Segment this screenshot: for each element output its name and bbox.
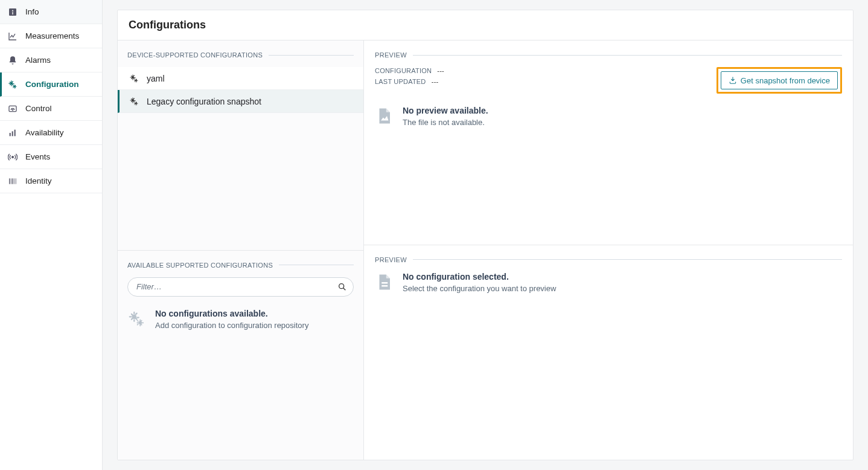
- svg-rect-11: [9, 178, 10, 184]
- svg-point-10: [12, 156, 14, 158]
- empty-title: No preview available.: [403, 106, 488, 115]
- svg-rect-2: [12, 12, 13, 14]
- sidebar-item-availability[interactable]: Availability: [0, 121, 102, 145]
- config-item-label: Legacy configuration snapshot: [147, 97, 261, 106]
- svg-rect-8: [12, 131, 13, 136]
- barcode-icon: [7, 176, 18, 187]
- button-label: Get snapshot from device: [741, 76, 830, 85]
- sidebar-item-info[interactable]: Info: [0, 0, 102, 24]
- gears-icon: [7, 79, 18, 90]
- empty-text: No configuration selected. Select the co…: [403, 272, 556, 293]
- legend-text: DEVICE-SUPPORTED CONFIGURATIONS: [127, 51, 263, 59]
- svg-rect-15: [14, 178, 15, 184]
- config-item-legacy-snapshot[interactable]: Legacy configuration snapshot: [118, 90, 363, 113]
- empty-text: No configurations available. Add configu…: [155, 309, 308, 330]
- meta-value: ---: [437, 67, 444, 74]
- search-icon[interactable]: [337, 282, 348, 292]
- sidebar: Info Measurements Alarms Configuration C…: [0, 0, 103, 470]
- empty-selection-message: No configuration selected. Select the co…: [375, 272, 842, 293]
- panel-header: Configurations: [118, 10, 853, 40]
- device-supported-section: DEVICE-SUPPORTED CONFIGURATIONS yaml: [118, 40, 363, 251]
- svg-rect-24: [381, 282, 388, 284]
- section-legend: PREVIEW: [375, 51, 842, 59]
- legend-text: PREVIEW: [375, 256, 407, 263]
- sidebar-item-label: Events: [25, 152, 50, 161]
- legend-text: AVAILABLE SUPPORTED CONFIGURATIONS: [127, 262, 273, 269]
- image-file-icon: [375, 107, 393, 125]
- info-square-icon: [7, 7, 18, 18]
- gauge-icon: [7, 103, 18, 114]
- sidebar-item-control[interactable]: Control: [0, 97, 102, 121]
- sidebar-item-label: Configuration: [25, 80, 78, 89]
- empty-subtitle: Select the configuration you want to pre…: [403, 284, 556, 293]
- panel-body: DEVICE-SUPPORTED CONFIGURATIONS yaml: [118, 40, 853, 460]
- empty-title: No configurations available.: [155, 309, 308, 318]
- legend-text: PREVIEW: [375, 51, 407, 59]
- gears-icon: [127, 310, 145, 328]
- document-icon: [375, 273, 393, 291]
- legend-line: [413, 259, 842, 260]
- empty-subtitle: Add configuration to configuration repos…: [155, 321, 308, 330]
- configurations-panel: Configurations DEVICE-SUPPORTED CONFIGUR…: [117, 10, 854, 460]
- sidebar-item-label: Info: [25, 7, 39, 16]
- empty-subtitle: The file is not available.: [403, 118, 488, 127]
- sidebar-item-events[interactable]: Events: [0, 145, 102, 169]
- sidebar-item-label: Measurements: [25, 31, 79, 40]
- sidebar-item-label: Availability: [25, 128, 64, 137]
- sidebar-item-label: Control: [25, 104, 52, 113]
- device-config-list: yaml Legacy configuration snapshot: [118, 67, 363, 113]
- column-left: DEVICE-SUPPORTED CONFIGURATIONS yaml: [118, 40, 364, 460]
- empty-preview-message: No preview available. The file is not av…: [375, 106, 842, 127]
- meta-value: ---: [432, 78, 439, 85]
- preview-meta: CONFIGURATION --- LAST UPDATED ---: [375, 67, 709, 89]
- broadcast-icon: [7, 152, 18, 163]
- svg-point-21: [339, 283, 344, 288]
- get-snapshot-button[interactable]: Get snapshot from device: [721, 71, 838, 89]
- sidebar-item-alarms[interactable]: Alarms: [0, 48, 102, 72]
- column-right: PREVIEW CONFIGURATION --- LAST UPDATED -…: [364, 40, 853, 460]
- legend-line: [279, 265, 354, 265]
- empty-title: No configuration selected.: [403, 272, 556, 282]
- svg-rect-9: [14, 129, 16, 136]
- chart-line-icon: [7, 31, 18, 42]
- preview-bottom-section: PREVIEW No configuration selected. Selec…: [364, 245, 853, 460]
- legend-line: [413, 55, 842, 56]
- bell-icon: [7, 55, 18, 66]
- section-legend: DEVICE-SUPPORTED CONFIGURATIONS: [127, 51, 354, 59]
- gears-icon: [127, 97, 141, 106]
- config-item-label: yaml: [147, 74, 165, 83]
- highlight-box: Get snapshot from device: [716, 67, 842, 94]
- page-title: Configurations: [129, 19, 842, 31]
- sidebar-item-identity[interactable]: Identity: [0, 169, 102, 193]
- svg-rect-13: [12, 178, 13, 184]
- svg-rect-12: [11, 178, 11, 184]
- sidebar-item-configuration[interactable]: Configuration: [0, 72, 102, 97]
- filter-input[interactable]: [127, 277, 354, 297]
- meta-label: CONFIGURATION: [375, 67, 432, 74]
- meta-configuration: CONFIGURATION ---: [375, 67, 709, 74]
- section-legend: PREVIEW: [375, 256, 842, 263]
- svg-rect-25: [381, 285, 388, 287]
- sidebar-item-label: Identity: [25, 176, 52, 185]
- empty-text: No preview available. The file is not av…: [403, 106, 488, 127]
- section-legend: AVAILABLE SUPPORTED CONFIGURATIONS: [127, 262, 354, 269]
- legend-line: [269, 55, 354, 56]
- empty-available-message: No configurations available. Add configu…: [127, 309, 354, 330]
- config-item-yaml[interactable]: yaml: [118, 67, 363, 90]
- filter-wrap: [127, 277, 354, 297]
- preview-top-section: PREVIEW CONFIGURATION --- LAST UPDATED -…: [364, 40, 853, 245]
- svg-rect-16: [16, 178, 16, 184]
- main-content: Configurations DEVICE-SUPPORTED CONFIGUR…: [103, 0, 868, 470]
- gears-icon: [127, 74, 141, 83]
- download-icon: [729, 76, 737, 85]
- svg-rect-7: [10, 133, 11, 136]
- available-supported-section: AVAILABLE SUPPORTED CONFIGURATIONS: [118, 251, 363, 460]
- sidebar-item-measurements[interactable]: Measurements: [0, 24, 102, 48]
- meta-label: LAST UPDATED: [375, 78, 426, 85]
- bars-icon: [7, 127, 18, 138]
- svg-point-6: [12, 109, 13, 110]
- meta-last-updated: LAST UPDATED ---: [375, 78, 709, 85]
- preview-header-row: CONFIGURATION --- LAST UPDATED ---: [375, 67, 842, 94]
- sidebar-item-label: Alarms: [25, 56, 51, 65]
- svg-rect-14: [13, 178, 14, 184]
